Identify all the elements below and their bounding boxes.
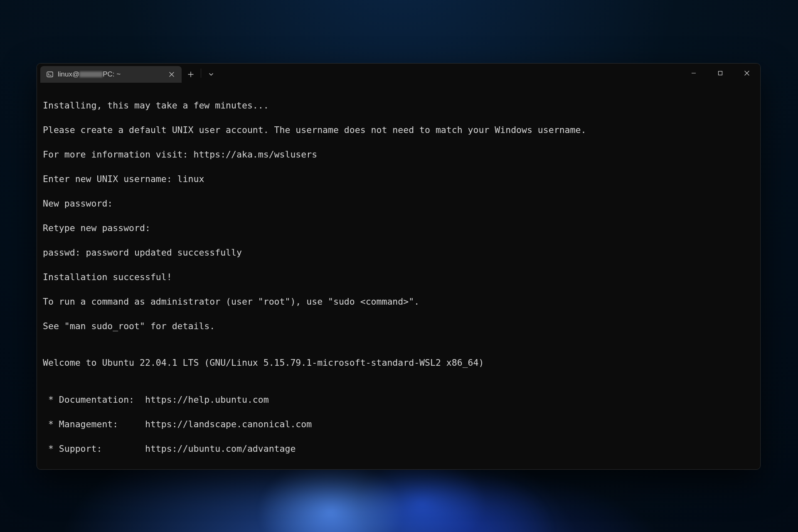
tab-close-button[interactable] bbox=[167, 69, 177, 79]
terminal-line: To run a command as administrator (user … bbox=[43, 296, 754, 308]
terminal-line: See "man sudo_root" for details. bbox=[43, 320, 754, 332]
tab-dropdown-button[interactable] bbox=[202, 66, 220, 83]
tab-active[interactable]: linux@PC: ~ bbox=[40, 66, 182, 83]
titlebar-drag-region[interactable] bbox=[220, 64, 680, 83]
terminal-icon bbox=[46, 71, 54, 78]
terminal-window: linux@PC: ~ Installing, this may take a … bbox=[37, 63, 761, 470]
new-tab-button[interactable] bbox=[182, 66, 200, 83]
terminal-line: Enter new UNIX username: linux bbox=[43, 173, 754, 185]
terminal-output[interactable]: Installing, this may take a few minutes.… bbox=[37, 83, 760, 469]
terminal-line: * Support: https://ubuntu.com/advantage bbox=[43, 443, 754, 455]
minimize-button[interactable] bbox=[680, 64, 707, 83]
terminal-line: passwd: password updated successfully bbox=[43, 246, 754, 259]
terminal-line: * Documentation: https://help.ubuntu.com bbox=[43, 394, 754, 406]
svg-rect-3 bbox=[719, 71, 722, 75]
terminal-line: Installing, this may take a few minutes.… bbox=[43, 99, 754, 112]
window-close-button[interactable] bbox=[734, 64, 760, 83]
terminal-line: Retype new password: bbox=[43, 222, 754, 234]
terminal-line: * Management: https://landscape.canonica… bbox=[43, 418, 754, 431]
terminal-line: New password: bbox=[43, 197, 754, 210]
tab-title-suffix: PC: ~ bbox=[103, 70, 121, 78]
terminal-line: For more information visit: https://aka.… bbox=[43, 148, 754, 161]
svg-rect-0 bbox=[47, 72, 53, 77]
tab-title: linux@PC: ~ bbox=[58, 70, 163, 79]
terminal-line: Please create a default UNIX user accoun… bbox=[43, 124, 754, 136]
maximize-button[interactable] bbox=[707, 64, 734, 83]
tab-title-redacted bbox=[79, 71, 103, 77]
tab-title-prefix: linux@ bbox=[58, 70, 79, 78]
terminal-line: Welcome to Ubuntu 22.04.1 LTS (GNU/Linux… bbox=[43, 357, 754, 369]
tabbar-divider bbox=[201, 69, 201, 78]
terminal-line: Installation successful! bbox=[43, 271, 754, 283]
titlebar[interactable]: linux@PC: ~ bbox=[37, 64, 760, 83]
